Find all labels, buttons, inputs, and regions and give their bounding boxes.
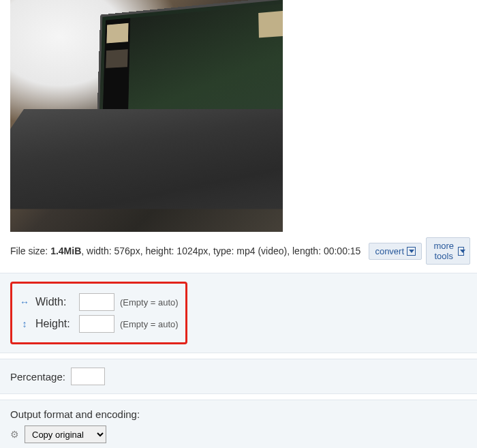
height-hint: (Empty = auto) <box>120 319 179 329</box>
convert-label: convert <box>375 246 404 256</box>
percentage-panel: Percentage: <box>0 359 477 394</box>
height-icon: ↕ <box>19 318 30 329</box>
dimensions-panel: ↔ Width: (Empty = auto) ↕ Height: (Empty… <box>0 273 477 353</box>
width-icon: ↔ <box>19 297 30 308</box>
more-tools-button[interactable]: more tools <box>426 237 470 265</box>
preview-keyboard <box>10 109 283 209</box>
width-hint: (Empty = auto) <box>120 297 179 308</box>
format-panel: Output format and encoding: ⚙ Copy origi… <box>0 400 477 448</box>
file-info-rest: , width: 576px, height: 1024px, type: mp… <box>81 245 360 256</box>
dropdown-icon <box>458 247 463 256</box>
file-info-bar: File size: 1.4MiB, width: 576px, height:… <box>0 235 477 273</box>
percentage-input[interactable] <box>71 368 105 385</box>
width-input[interactable] <box>79 293 114 311</box>
width-label: Width: <box>35 296 74 308</box>
gear-icon: ⚙ <box>10 429 19 440</box>
format-label: Output format and encoding: <box>10 408 467 420</box>
percentage-label: Percentage: <box>10 371 65 383</box>
more-tools-label: more tools <box>432 241 455 261</box>
video-preview <box>10 0 283 232</box>
height-label: Height: <box>35 318 74 330</box>
height-input[interactable] <box>79 315 114 333</box>
dropdown-icon <box>407 247 416 256</box>
file-size-prefix: File size: <box>10 245 50 256</box>
file-size-value: 1.4MiB <box>50 245 81 256</box>
highlight-dimensions: ↔ Width: (Empty = auto) ↕ Height: (Empty… <box>10 282 187 344</box>
convert-button[interactable]: convert <box>369 243 422 260</box>
format-select[interactable]: Copy original <box>25 425 106 443</box>
